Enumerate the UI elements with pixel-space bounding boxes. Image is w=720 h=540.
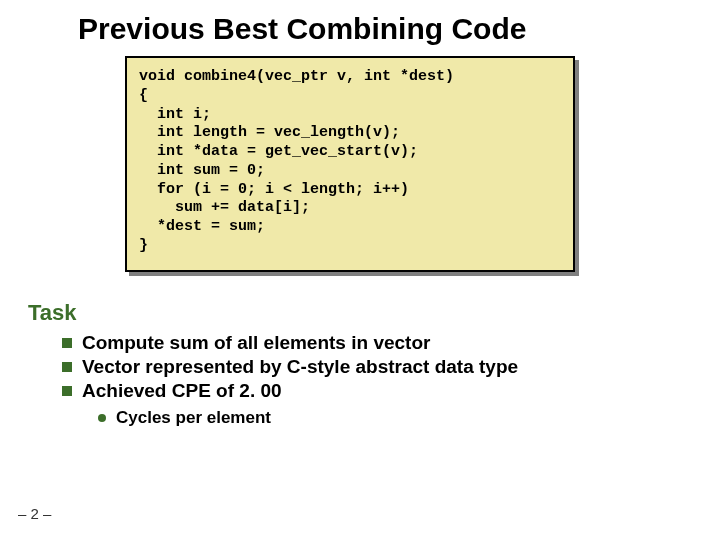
square-bullet-icon bbox=[62, 362, 72, 372]
circle-bullet-icon bbox=[98, 414, 106, 422]
list-item: Compute sum of all elements in vector bbox=[62, 332, 720, 354]
bullet-list: Compute sum of all elements in vector Ve… bbox=[62, 332, 720, 402]
code-box: void combine4(vec_ptr v, int *dest) { in… bbox=[125, 56, 575, 272]
page-number: – 2 – bbox=[18, 505, 51, 522]
sub-bullet-text: Cycles per element bbox=[116, 408, 271, 428]
list-item: Vector represented by C-style abstract d… bbox=[62, 356, 720, 378]
list-item: Achieved CPE of 2. 00 bbox=[62, 380, 720, 402]
code-block: void combine4(vec_ptr v, int *dest) { in… bbox=[139, 68, 561, 256]
bullet-text: Compute sum of all elements in vector bbox=[82, 332, 430, 354]
square-bullet-icon bbox=[62, 386, 72, 396]
section-heading-task: Task bbox=[28, 300, 720, 326]
bullet-text: Achieved CPE of 2. 00 bbox=[82, 380, 282, 402]
bullet-text: Vector represented by C-style abstract d… bbox=[82, 356, 518, 378]
slide-title: Previous Best Combining Code bbox=[78, 12, 720, 46]
square-bullet-icon bbox=[62, 338, 72, 348]
sub-list-item: Cycles per element bbox=[98, 408, 720, 428]
